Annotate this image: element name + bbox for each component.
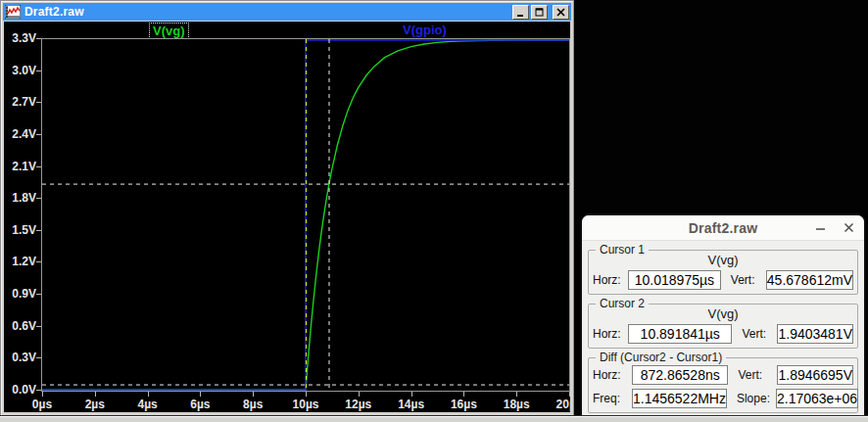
cursor2-horz-label: Horz:	[593, 327, 628, 341]
x-tickmark	[411, 392, 412, 397]
y-tick-label: 3.0V	[4, 64, 36, 77]
x-tickmark	[95, 392, 96, 397]
x-tickmark	[148, 392, 149, 397]
diff-vert-value: 1.8946695V	[777, 365, 853, 385]
maximize-icon[interactable]	[531, 5, 548, 20]
x-tick-label: 10µs	[282, 398, 329, 411]
y-tickmark	[36, 390, 41, 391]
y-tick-label: 2.1V	[4, 160, 36, 173]
diff-vert-label: Vert:	[738, 368, 777, 382]
x-tickmark	[463, 392, 464, 397]
x-tick-label: 14µs	[388, 398, 435, 411]
cursor1-group: Cursor 1 V(vg) Horz: 10.018975µs Vert: 4…	[588, 250, 858, 295]
y-tickmark	[36, 134, 41, 135]
diff-horz-label: Horz:	[593, 368, 632, 382]
cursor2-group-label: Cursor 2	[596, 297, 649, 311]
trace-vgpio	[42, 40, 569, 390]
y-tickmark	[36, 70, 41, 71]
trace-label-vgpio[interactable]: V(gpio)	[400, 23, 450, 37]
cursor-dialog: Draft2.raw Cursor 1 V(vg) Horz: 10.01897…	[580, 213, 866, 417]
y-tickmark	[36, 198, 41, 199]
x-tick-label: 20µs	[546, 398, 570, 411]
x-tickmark	[516, 392, 517, 397]
dialog-minimize-icon[interactable]	[813, 220, 828, 235]
cursor2-row: Horz: 10.891841µs Vert: 1.9403481V	[593, 324, 853, 344]
cursor2-horz-value: 10.891841µs	[628, 324, 732, 344]
x-tick-label: 2µs	[72, 398, 119, 411]
diff-freq-label: Freq:	[593, 392, 632, 405]
x-tick-label: 12µs	[335, 398, 382, 411]
waveform-window: Draft2.raw V(vg) V(gpio) 0.0V0.3V0.6V0.9…	[0, 0, 574, 416]
cursor-dialog-title: Draft2.raw	[689, 220, 757, 236]
x-tick-label: 0µs	[19, 398, 66, 411]
diff-slope-value: 2.17063e+06	[776, 389, 858, 408]
plot-client-area[interactable]: V(vg) V(gpio) 0.0V0.3V0.6V0.9V1.2V1.5V1.…	[4, 22, 570, 412]
cursor1-row: Horz: 10.018975µs Vert: 45.678612mV	[593, 270, 853, 290]
y-tickmark	[36, 166, 41, 167]
y-tick-label: 0.6V	[4, 319, 36, 333]
y-tickmark	[36, 38, 41, 39]
cursor2-vert-label: Vert:	[742, 327, 777, 341]
y-tick-label: 1.5V	[4, 223, 36, 237]
x-tick-label: 8µs	[229, 398, 276, 411]
y-tick-label: 2.4V	[4, 127, 36, 141]
x-tickmark	[306, 392, 307, 397]
window-title: Draft2.raw	[24, 5, 512, 19]
y-tickmark	[36, 326, 41, 327]
diff-row-2: Freq: 1.1456522MHz Slope: 2.17063e+06	[593, 389, 853, 408]
desktop: Draft2.raw V(vg) V(gpio) 0.0V0.3V0.6V0.9…	[0, 0, 868, 422]
x-tickmark	[253, 392, 254, 397]
y-tickmark	[36, 294, 41, 295]
cursor1-horz-label: Horz:	[593, 273, 628, 287]
cursor1-group-label: Cursor 1	[596, 243, 649, 258]
cursor2-group: Cursor 2 V(vg) Horz: 10.891841µs Vert: 1…	[588, 304, 858, 349]
cursor-dialog-titlebar[interactable]: Draft2.raw	[582, 215, 864, 241]
x-tickmark	[359, 392, 360, 397]
window-titlebar[interactable]: Draft2.raw	[3, 3, 571, 21]
y-tickmark	[36, 102, 41, 103]
diff-freq-value: 1.1456522MHz	[632, 389, 727, 408]
x-tick-label: 6µs	[176, 398, 223, 411]
x-tick-label: 4µs	[124, 398, 171, 411]
minimize-icon[interactable]	[512, 5, 529, 20]
y-tick-label: 0.0V	[4, 383, 36, 397]
y-tick-label: 3.3V	[4, 31, 36, 45]
diff-group-label: Diff (Cursor2 - Cursor1)	[596, 351, 726, 365]
x-tick-label: 16µs	[440, 398, 487, 411]
waveform-plot[interactable]	[42, 39, 569, 391]
x-tickmark	[42, 392, 43, 397]
cursor1-vert-value: 45.678612mV	[766, 270, 853, 290]
y-tickmark	[36, 230, 41, 231]
cursor-dialog-controls	[813, 215, 856, 240]
y-tick-label: 1.2V	[4, 255, 36, 268]
diff-horz-value: 872.86528ns	[632, 365, 728, 385]
diff-row-1: Horz: 872.86528ns Vert: 1.8946695V	[593, 365, 853, 385]
close-icon[interactable]	[553, 5, 569, 20]
x-tick-label: 18µs	[493, 398, 540, 411]
cursor2-vert-value: 1.9403481V	[777, 324, 853, 344]
y-tick-label: 1.8V	[4, 191, 36, 205]
y-tick-label: 2.7V	[4, 95, 36, 109]
dialog-close-icon[interactable]	[842, 220, 856, 235]
y-tick-label: 0.3V	[4, 351, 36, 364]
y-tickmark	[36, 357, 41, 358]
x-tickmark	[569, 392, 570, 397]
y-tick-label: 0.9V	[4, 287, 36, 301]
trace-label-vvg[interactable]: V(vg)	[149, 23, 189, 39]
plot-area[interactable]	[41, 38, 570, 392]
waveform-app-icon	[5, 5, 21, 19]
y-tickmark	[36, 261, 41, 262]
cursor1-horz-value: 10.018975µs	[628, 270, 721, 290]
diff-slope-label: Slope:	[737, 392, 776, 405]
background-window-edge	[0, 416, 868, 422]
diff-group: Diff (Cursor2 - Cursor1) Horz: 872.86528…	[588, 357, 858, 413]
x-tickmark	[200, 392, 201, 397]
cursor1-vert-label: Vert:	[731, 273, 766, 287]
window-controls	[512, 5, 569, 20]
